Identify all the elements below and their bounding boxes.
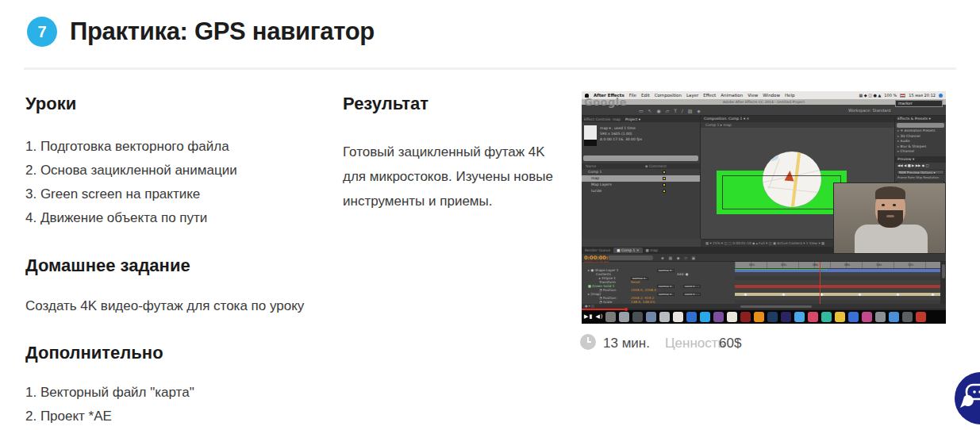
lesson-number-badge: 7: [27, 17, 57, 47]
presenter-eye: [882, 204, 885, 206]
current-time-indicator: [820, 262, 821, 304]
list-item: 1. Подготовка векторного файла: [25, 135, 237, 159]
project-row-selected: map: [582, 175, 700, 182]
label-color-chip: [663, 183, 666, 186]
composition-breadcrumb: Comp 1 ▸ map: [701, 122, 894, 128]
timeline-toolbar-icons: ◈ ▦ ◆ ◇ ▣: [661, 255, 697, 260]
dock-app-icon: [875, 312, 886, 322]
dock-app-icon: [916, 312, 926, 322]
video-progress-handle: [625, 308, 628, 311]
preview-transport-icons: ◀◀ ◀ ■ ▶ ▶▶ ◆ □: [895, 163, 946, 169]
mac-menubar: After Effects File Edit Composition Laye…: [582, 91, 946, 99]
preview-settings-labels: Frame Rate Skip Resolution: [895, 175, 946, 180]
tab-render-queue: Render Queue: [585, 248, 610, 252]
tab-effect-controls: Effect Controls: map: [584, 117, 621, 121]
ruler-label: 08s: [844, 263, 850, 267]
workspace-selector: Workspace: Standard: [848, 108, 890, 113]
project-row: turide: [582, 188, 700, 194]
frame-counter: 00000 (25.00 fps): [584, 260, 609, 263]
value-label: Ценность: [665, 336, 724, 351]
dock-app-icon: [889, 312, 899, 322]
extra-heading: Дополнительно: [25, 343, 163, 363]
list-item: 4. Движение объекта по пути: [25, 206, 237, 230]
project-row: Comp 1: [582, 169, 700, 175]
keyboard-flag-icon: [900, 94, 905, 98]
dock-app-icon: [740, 312, 751, 322]
dock-app-icon: [605, 312, 616, 322]
dock-app-icon: [686, 312, 697, 322]
toolbar-tool-icons: ▭ ↖ ◉ ▱ T / ▨ ◈: [639, 108, 702, 113]
presenter-eye: [893, 204, 896, 206]
dock-app-icon: [632, 312, 643, 322]
lessons-list: 1. Подготовка векторного файла 2. Основа…: [25, 135, 237, 230]
player-controls: ▶▮ ◀): [584, 313, 604, 320]
presenter-mouth: [886, 215, 894, 217]
menu-item: Animation: [721, 93, 743, 98]
timeline-toolbar: 0:00:00:00 00000 (25.00 fps) ◈ ▦ ◆ ◇ ▣: [582, 254, 946, 262]
green-solid-bar: [735, 285, 940, 288]
project-search-field: [583, 155, 698, 161]
extra-list: 1. Векторный файл "карта" 2. Проект *AE: [25, 381, 194, 428]
effects-panel-search: [897, 123, 944, 128]
tab-comp1: ■ Comp 1 ×: [613, 248, 642, 253]
column-comment: ◆ Comment: [645, 163, 667, 169]
menu-item: File: [629, 93, 636, 98]
presenter-body: [855, 225, 928, 254]
shape-layer-bar: [735, 269, 940, 272]
menu-item: Window: [763, 93, 780, 98]
chat-widget-button[interactable]: [955, 372, 980, 424]
ruler-label: 04s: [781, 263, 786, 267]
ruler-label: 12s: [908, 263, 913, 267]
dock-app-icon: [794, 312, 805, 322]
dock-app-icon: [700, 312, 710, 322]
timeline-ruler: 02s 04s 06s 08s 10s 12s: [735, 262, 940, 268]
footage-thumbnail: [584, 125, 597, 146]
siri-icon: [939, 94, 943, 98]
layer-selection-outline: [722, 175, 841, 209]
battery-level: 100 %: [884, 93, 897, 98]
menu-item: Edit: [641, 93, 650, 98]
result-text: Готовый зацикленный футаж 4K для микрост…: [343, 140, 559, 213]
chat-icon: [959, 383, 980, 410]
dock-app-icon: [821, 312, 832, 322]
dock-app-icon: [646, 312, 656, 322]
video-progress-bar: [582, 309, 626, 310]
result-heading: Результат: [343, 94, 429, 114]
preview-panel-title: Preview ▾: [895, 156, 946, 163]
dock-app-icon: [862, 312, 872, 322]
list-item: 2. Основа зацикленной анимации: [25, 159, 237, 182]
dock-app-icon: [902, 312, 913, 322]
dock-app-icon: [835, 312, 845, 322]
label-color-chip: [663, 177, 666, 180]
footage-info: map ▾ , used 1 time 590 x 1605 (1.00) Δ …: [600, 125, 642, 142]
menu-item: View: [747, 93, 758, 98]
dock-app-icon: [727, 312, 737, 322]
label-color-chip: [663, 190, 666, 193]
webcam-overlay: [833, 182, 946, 254]
timeline-search-field: [609, 255, 653, 260]
google-watermark: Google: [584, 96, 627, 108]
dock-app-icon: [848, 312, 859, 322]
effects-panel-title: Effects & Presets ▾: [895, 116, 946, 122]
composition-tab: Composition: Comp 1 ▾ ×: [701, 116, 894, 122]
list-item: 2. Проект *AE: [25, 405, 194, 428]
window-title: Adobe After Effects CC 2014 - Untitled P…: [582, 99, 946, 105]
dock-app-icon: [808, 312, 818, 322]
menubar-clock: 15 мая 20:12: [909, 93, 936, 98]
homework-heading: Домашнее задание: [25, 255, 190, 276]
list-item: 1. Векторный файл "карта": [25, 381, 194, 405]
lesson-video-screenshot[interactable]: After Effects File Edit Composition Laye…: [582, 91, 946, 324]
menu-item: Composition: [655, 93, 682, 98]
menubar-status-icons: ▦ ◆ ◫ ● ▲: [859, 93, 881, 98]
project-row: Map Layers: [582, 182, 700, 188]
ae-toolbar: ▭ ↖ ◉ ▱ T / ▨ ◈ Workspace: Standard: [582, 105, 946, 116]
effects-search-input: marker: [895, 100, 943, 107]
dock-app-icon: [713, 312, 724, 322]
ruler-label: 02s: [749, 263, 755, 267]
dock-app-icon: [673, 312, 683, 322]
dock-app-icon: [754, 312, 764, 322]
project-panel: Effect Controls: map Project ▾ map ▾ , u…: [582, 116, 701, 239]
presenter-hair: [875, 186, 905, 199]
menu-item: Effect: [703, 93, 716, 98]
dock: [582, 310, 946, 324]
